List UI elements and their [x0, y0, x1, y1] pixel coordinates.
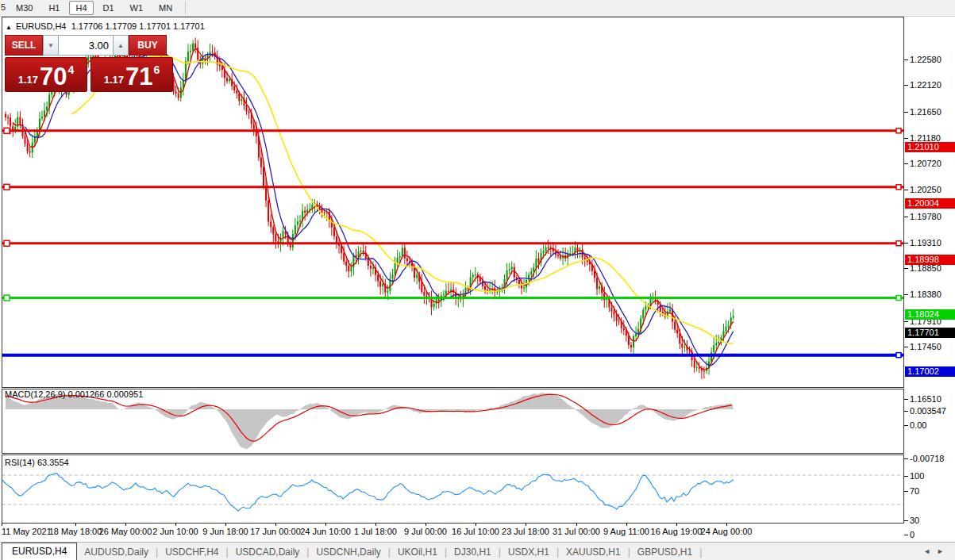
one-click-trading-panel: SELL ▼ 3.00 ▲ BUY 1.17 70 4 1.17 71 6	[5, 35, 176, 92]
date-axis-tickmark	[726, 523, 727, 526]
tab-scroll-right-icon[interactable]: ►	[937, 547, 950, 555]
date-axis-tickmark	[476, 523, 476, 526]
price-axis-tick-label: 1.21650	[910, 107, 942, 117]
line-handle[interactable]	[896, 353, 901, 358]
date-axis-tickmark	[576, 523, 577, 526]
macd-signal-line	[6, 394, 732, 441]
tab-usdcnh-daily[interactable]: USDCNH,Daily	[309, 544, 387, 560]
line-handle[interactable]	[896, 296, 901, 301]
timeframe-h4[interactable]: H4	[69, 1, 93, 15]
macd-indicator-label: MACD(12,26,9) 0.001266 0.000951	[5, 389, 143, 399]
price-axis-tick-label: 1.19310	[910, 238, 942, 247]
line-handle[interactable]	[896, 241, 901, 246]
timeframe-m30[interactable]: M30	[10, 1, 39, 15]
toolbar-separator	[185, 2, 186, 14]
timeframe-h1[interactable]: H1	[42, 1, 66, 15]
tab-dj30-h1[interactable]: DJ30,H1	[447, 544, 499, 560]
volume-input[interactable]: 3.00	[59, 35, 113, 56]
price-axis-tickmark	[904, 138, 908, 139]
indicator-axis-tickmark	[904, 520, 908, 521]
date-axis-label: 24 Aug 00:00	[693, 527, 760, 536]
buy-price-pip-digit: 6	[154, 63, 160, 76]
price-axis-tick-label: 1.18380	[910, 290, 942, 299]
price-axis-tick-label: 1.19780	[910, 212, 942, 221]
volume-decrease-button[interactable]: ▼	[43, 35, 59, 56]
buy-button[interactable]: BUY	[129, 35, 167, 56]
price-axis-tick-label: 1.22120	[910, 80, 942, 90]
rsi-canvas[interactable]	[2, 455, 903, 523]
sell-price-box[interactable]: 1.17 70 4	[5, 57, 87, 92]
indicator-axis-label: 0.003547	[910, 406, 946, 416]
chart-ohlc-values: 1.17706 1.17709 1.17701 1.17701	[71, 21, 205, 31]
tab-usdcad-daily[interactable]: USDCAD,Daily	[229, 544, 307, 560]
price-axis-tickmark	[904, 190, 908, 190]
sell-price-pip-digit: 4	[68, 63, 75, 76]
chart-symbol: EURUSD,H4	[16, 21, 67, 31]
tab-usdchf-h4[interactable]: USDCHF,H4	[158, 544, 225, 560]
tab-gbpusd-h1[interactable]: GBPUSD,H1	[630, 544, 699, 560]
price-axis-tick-label: 1.20250	[910, 185, 942, 194]
volume-increase-button[interactable]: ▲	[113, 35, 129, 56]
current-price-label: 1.17701	[905, 328, 955, 338]
price-axis-tick-label: 1.17450	[910, 342, 942, 351]
line-handle[interactable]	[896, 128, 901, 133]
date-axis-tickmark	[175, 523, 176, 526]
line-handle[interactable]	[4, 295, 10, 301]
price-axis-tickmark	[904, 399, 908, 400]
rsi-line	[2, 474, 734, 511]
timeframe-m5-partial[interactable]: 5	[1, 2, 6, 12]
sell-price-big-digits: 70	[40, 65, 67, 89]
price-axis-tickmark	[904, 347, 908, 347]
price-axis-tickmark	[904, 243, 908, 244]
buy-price-big-digits: 71	[125, 65, 152, 89]
sell-button[interactable]: SELL	[5, 35, 43, 56]
tab-ukoil-h1[interactable]: UKOil,H1	[391, 544, 445, 560]
macd-canvas[interactable]	[2, 389, 903, 453]
timeframe-w1[interactable]: W1	[124, 1, 150, 15]
indicator-axis-label: 70	[910, 486, 919, 496]
date-axis-tickmark	[275, 523, 276, 526]
price-axis-tickmark	[904, 59, 908, 60]
collapse-panel-icon[interactable]: ▲	[6, 24, 12, 31]
tab-audusd-daily[interactable]: AUDUSD,Daily	[77, 544, 156, 560]
buy-price-box[interactable]: 1.17 71 6	[90, 57, 173, 92]
indicator-axis-tickmark	[904, 491, 908, 492]
price-axis-tickmark	[904, 217, 908, 217]
indicator-axis-label: 0.00	[910, 420, 926, 430]
date-axis-tickmark	[526, 523, 526, 526]
price-axis-tickmark	[904, 112, 908, 113]
line-handle[interactable]	[4, 240, 10, 246]
chart-tab-bar: EURUSD,H4 AUDUSD,Daily | USDCHF,H4 | USD…	[0, 542, 955, 560]
indicator-axis-tickmark	[904, 535, 908, 535]
date-axis-tickmark	[2, 523, 2, 526]
macd-histogram-area	[6, 393, 734, 449]
date-axis-tickmark	[375, 523, 376, 526]
date-axis-tickmark	[676, 523, 677, 526]
timeframe-mn[interactable]: MN	[152, 1, 179, 15]
price-axis-tickmark	[904, 321, 908, 322]
tab-scroll-left-icon[interactable]: ◄	[923, 547, 937, 555]
tab-scroll-arrows[interactable]: ◄►	[923, 547, 950, 555]
line-handle[interactable]	[896, 185, 901, 190]
tab-xauusd-h1[interactable]: XAUUSD,H1	[559, 544, 628, 560]
date-axis-tickmark	[426, 523, 426, 526]
timeframe-d1[interactable]: D1	[97, 1, 121, 15]
indicator-axis-label: 0	[910, 530, 915, 539]
price-axis-tick-label: 1.20720	[910, 159, 942, 168]
indicator-axis-tickmark	[904, 458, 908, 459]
line-handle[interactable]	[4, 128, 10, 133]
date-axis-tickmark	[626, 523, 627, 526]
date-axis-tickmark	[75, 523, 76, 526]
tab-eurusd-h4[interactable]: EURUSD,H4	[2, 543, 77, 560]
moving-average-line	[71, 56, 734, 344]
price-axis-tick-label: 1.22580	[910, 55, 942, 64]
price-axis-tickmark	[904, 163, 908, 164]
timeframe-toolbar: 5 M30 H1 H4 D1 W1 MN	[0, 0, 955, 17]
price-level-label: 1.18024	[905, 309, 955, 320]
date-axis-tickmark	[225, 523, 226, 526]
indicator-axis-tickmark	[904, 411, 908, 412]
price-axis-tick-label: 1.21180	[910, 133, 941, 143]
line-handle[interactable]	[4, 184, 10, 190]
tab-usdx-h1[interactable]: USDX,H1	[501, 544, 556, 560]
price-axis-tickmark	[904, 85, 908, 86]
